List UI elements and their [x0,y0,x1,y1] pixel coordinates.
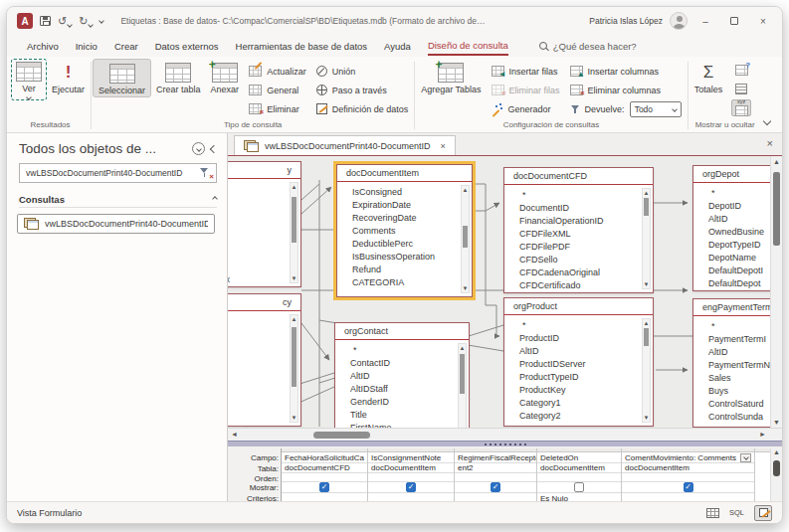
tab-crear[interactable]: Crear [114,37,138,55]
grid-column-2[interactable]: IsConsignmentNote docDocumentItem ✓ [367,448,454,501]
query-table-partial-bottom[interactable]: cy o er ▲ ▼ [228,293,301,427]
design-view-button[interactable] [754,505,772,521]
nav-search-input[interactable]: vwLBSDocDocumentPrint40-DocumentID × [19,163,217,183]
tab-diseno-consulta[interactable]: Diseño de consulta [428,36,508,56]
property-sheet-button[interactable] [731,81,751,97]
table-field[interactable]: * [350,344,469,357]
actualizar-button[interactable]: Actualizar [244,62,311,81]
criterios-cell[interactable] [282,493,367,501]
table-field[interactable]: IsConsigned [352,186,472,199]
generador-button[interactable]: Generador [487,99,565,118]
table-title[interactable]: orgDepot [693,166,782,183]
orden-cell[interactable] [537,473,621,482]
mostrar-cell[interactable]: ✓ [622,482,754,493]
campo-cell[interactable]: DeletedOn [537,452,621,463]
tabla-cell[interactable]: docDocumentItem [622,463,754,473]
table-title[interactable]: y [228,162,300,179]
grid-column-3[interactable]: RegimenFiscalRecepto ent2 ✓ [454,448,536,501]
close-document-icon[interactable]: × [767,137,773,149]
query-table-orgDepot[interactable]: orgDepot * DepotID AltID OwnedBusine Dep… [692,165,782,291]
mostrar-checkbox[interactable]: ✓ [684,482,693,492]
tabla-cell[interactable]: ent2 [455,463,536,473]
tabla-cell[interactable]: docDocumentItem [537,463,621,473]
definicion-datos-button[interactable]: Definición de datos [311,99,414,118]
nav-item-query[interactable]: vwLBSDocDocumentPrint40-DocumentID [17,214,215,234]
table-field[interactable]: ContactID [350,357,469,370]
grid-column-4[interactable]: DeletedOn docDocumentItem Es Nulo [536,448,621,501]
document-tab[interactable]: vwLBSDocDocumentPrint40-DocumentID × [234,135,456,155]
table-field[interactable]: CFDSello [519,254,653,266]
query-table-docDocumentCFD[interactable]: docDocumentCFD * DocumentID FinancialOpe… [503,167,654,293]
tabla-cell[interactable]: docDocumentItem [368,463,454,473]
table-names-button[interactable]: xyz [731,99,751,116]
grid-column-empty[interactable] [754,448,770,501]
insertar-filas-button[interactable]: ◄ Insertar filas [487,62,565,81]
ver-button[interactable]: Ver [11,59,47,100]
parameters-button[interactable]: ? [731,62,751,79]
clear-filter-icon[interactable]: × [200,167,212,179]
query-table-docDocumentItem[interactable]: docDocumentItem IsConsigned ExpirationDa… [336,164,473,297]
mostrar-checkbox[interactable]: ✓ [491,482,500,492]
table-field[interactable]: AltID [519,345,653,358]
table-field[interactable]: Category1 [519,397,653,410]
collapse-ribbon-icon[interactable] [763,117,771,125]
tab-datos-externos[interactable]: Datos externos [155,37,219,55]
tab-ayuda[interactable]: Ayuda [384,37,411,55]
insertar-columnas-button[interactable]: ▲ Insertar columnas [565,62,687,81]
canvas-vertical-scrollbar[interactable]: ▲ ▼ [770,156,782,428]
query-table-partial-top[interactable]: y me urrency ymbol ame lignment onePrefi… [228,161,301,287]
criterios-cell[interactable]: Es Nulo [537,493,621,501]
table-field[interactable]: ProductTypeID [519,371,653,384]
table-field[interactable]: GenderID [350,396,469,409]
shutter-bar-collapse-icon[interactable] [210,144,218,152]
scrollbar-thumb[interactable] [313,432,370,439]
table-title[interactable]: docDocumentItem [337,165,472,182]
campo-cell[interactable]: RegimenFiscalRecepto [455,452,536,463]
mostrar-cell[interactable]: ✓ [455,482,536,493]
consultas-section-header[interactable]: Consultas [19,191,217,208]
table-field[interactable]: ExpirationDate [352,199,472,212]
general-button[interactable]: General [244,81,311,99]
totales-button[interactable]: Σ Totales [690,59,728,95]
crear-tabla-button[interactable]: Crear tabla [151,59,206,95]
table-title[interactable]: docDocumentCFD [504,168,653,185]
grid-column-5[interactable]: ComentMovimiento: Comments docDocumentIt… [621,448,754,501]
mostrar-checkbox[interactable]: ✓ [406,482,416,492]
minimize-button[interactable]: – [694,11,716,31]
criterios-cell[interactable] [455,493,536,501]
table-field[interactable]: FinancialOperationID [519,215,653,228]
ejecutar-button[interactable]: ! Ejecutar [47,59,90,95]
query-table-orgProduct[interactable]: orgProduct * ProductID AltID ProductIDSe… [503,297,654,427]
agregar-tablas-button[interactable]: Agregar Tablas [416,59,486,95]
user-name[interactable]: Patricia Islas López [589,16,663,26]
tell-me-search[interactable]: ¿Qué desea hacer? [539,41,637,52]
query-design-canvas[interactable]: y me urrency ymbol ame lignment onePrefi… [228,155,782,428]
criterios-cell[interactable] [368,493,454,501]
union-button[interactable]: Unión [311,62,414,81]
anexar-button[interactable]: Anexar [206,59,245,95]
tab-close-icon[interactable]: × [441,141,446,151]
quick-access-customize-icon[interactable] [99,18,105,24]
eliminar-columnas-button[interactable]: × Eliminar columnas [565,81,687,99]
table-field[interactable]: * [519,319,653,332]
eliminar-button[interactable]: × Eliminar [244,99,311,118]
table-field[interactable]: CFDCadenaOriginal [519,266,653,279]
table-field[interactable]: AltIDStaff [350,383,469,396]
table-title[interactable]: orgProduct [504,298,653,315]
seleccionar-button[interactable]: Seleccionar [93,59,151,97]
table-field[interactable]: IsBusinessOperation [352,251,472,264]
table-field[interactable]: ProductKey [519,384,653,397]
table-field[interactable]: DocumentID [519,202,653,215]
table-scrollbar[interactable]: ▲ ▼ [642,188,651,289]
tab-herramientas-bd[interactable]: Herramientas de base de datos [236,37,368,55]
table-field[interactable]: * [519,189,653,202]
section-collapse-icon[interactable] [212,196,218,202]
mostrar-checkbox[interactable] [574,482,584,492]
mostrar-cell[interactable]: ✓ [282,482,367,493]
table-field[interactable]: CFDFilePDF [519,241,653,254]
mostrar-cell[interactable] [537,482,621,493]
table-scrollbar[interactable]: ▲ ▼ [461,185,470,293]
criterios-cell[interactable] [622,493,754,501]
mostrar-cell[interactable]: ✓ [368,482,454,493]
table-scrollbar[interactable]: ▲ ▼ [290,314,298,423]
